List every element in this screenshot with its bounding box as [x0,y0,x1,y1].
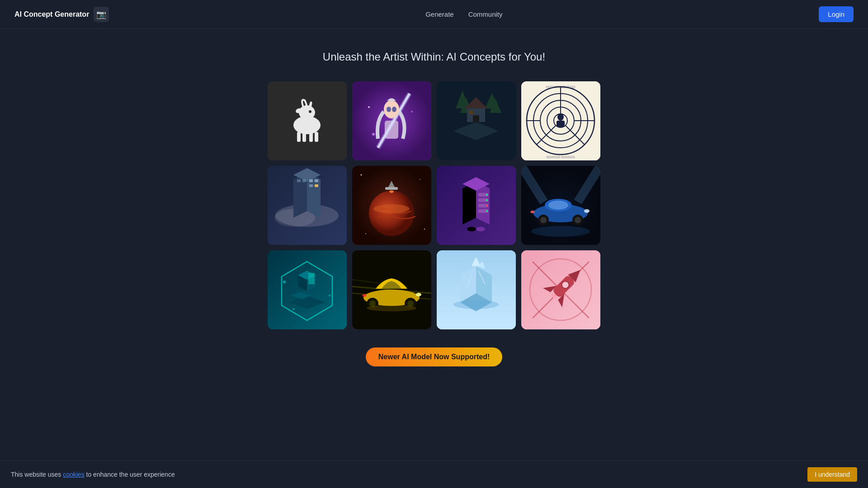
navbar: AI Concept Generator 📷 Generate Communit… [0,0,868,29]
svg-point-15 [392,107,396,112]
svg-point-17 [411,111,413,113]
app-title: AI Concept Generator [14,10,89,19]
svg-point-14 [387,107,391,112]
login-button[interactable]: Login [819,6,854,22]
nav-generate-link[interactable]: Generate [425,10,454,18]
grid-item-planet[interactable] [352,166,431,245]
nav-links: Generate Community [425,10,502,18]
grid-item-servers[interactable] [437,166,516,245]
svg-point-101 [283,281,286,283]
cookie-bar: This website uses cookies to enhance the… [0,460,868,488]
svg-rect-41 [557,121,565,127]
svg-point-113 [416,293,421,296]
svg-rect-99 [308,273,315,284]
svg-point-90 [575,217,581,223]
svg-rect-6 [302,132,306,142]
svg-rect-53 [315,184,318,187]
newer-model-banner[interactable]: Newer AI Model Now Supported! [366,347,503,366]
svg-point-65 [389,190,394,193]
banner-container: Newer AI Model Now Supported! [366,347,503,366]
grid-item-goat[interactable] [268,81,347,160]
cookie-text-after: to enhance the user experience [85,471,175,478]
svg-rect-51 [315,179,318,182]
cookie-message: This website uses cookies to enhance the… [11,471,175,478]
cookie-accept-button[interactable]: I understand [807,467,857,482]
svg-rect-8 [315,132,318,142]
grid-item-rocket[interactable] [521,250,600,329]
svg-point-91 [584,209,590,213]
svg-point-59 [365,233,366,234]
grid-item-yellow-car[interactable] [352,250,431,329]
svg-point-13 [384,100,399,118]
svg-point-57 [361,174,362,176]
svg-point-60 [424,229,425,230]
grid-item-anime[interactable] [352,81,431,160]
svg-point-74 [486,194,488,196]
svg-point-16 [372,133,375,136]
grid-item-car[interactable] [521,166,600,245]
svg-rect-55 [302,179,306,182]
svg-rect-27 [473,115,479,122]
image-grid: 01010101 10101010 10101010 01010101 [268,81,600,329]
svg-point-103 [292,308,294,310]
svg-point-75 [486,199,488,201]
svg-rect-54 [297,179,301,182]
svg-point-92 [530,211,535,213]
svg-point-124 [453,300,499,309]
cookie-text-before: This website uses [11,471,63,478]
svg-point-18 [368,106,370,108]
svg-point-77 [486,210,488,212]
main-content: Unleash the Artist Within: AI Concepts f… [0,29,868,403]
svg-point-83 [531,226,590,237]
app-logo-icon: 📷 [94,7,109,22]
nav-community-link[interactable]: Community [468,10,503,18]
hero-title: Unleash the Artist Within: AI Concepts f… [323,51,545,63]
svg-rect-52 [309,184,313,187]
nav-brand: AI Concept Generator 📷 [14,7,109,22]
svg-point-62 [373,204,410,213]
grid-item-building[interactable] [268,166,347,245]
svg-point-58 [420,179,420,180]
svg-point-79 [476,227,485,231]
svg-point-115 [367,305,416,311]
svg-rect-5 [297,132,301,142]
svg-rect-7 [309,132,313,142]
grid-item-maze[interactable]: 01010101 10101010 10101010 01010101 [521,81,600,160]
svg-point-114 [362,294,367,297]
svg-text:01010101 10101010: 01010101 10101010 [546,85,575,89]
svg-point-76 [486,205,488,206]
svg-point-88 [540,217,547,223]
svg-rect-28 [469,111,473,114]
svg-rect-50 [309,179,313,182]
svg-rect-64 [385,187,398,190]
svg-point-86 [548,201,568,210]
svg-point-4 [309,110,311,113]
cookie-link[interactable]: cookies [63,471,84,478]
svg-text:10101010 01010101: 10101010 01010101 [546,155,575,159]
svg-point-102 [329,295,330,296]
svg-point-78 [467,227,476,231]
grid-item-forest[interactable] [437,81,516,160]
svg-point-40 [557,113,564,121]
grid-item-iceberg[interactable] [437,250,516,329]
grid-item-computer[interactable] [268,250,347,329]
